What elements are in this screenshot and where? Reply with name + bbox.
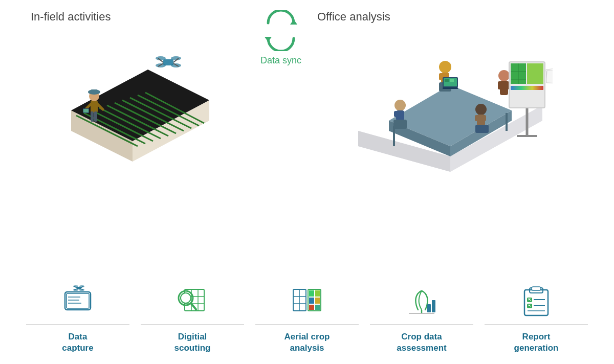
svg-rect-71	[527, 63, 543, 84]
aerial-crop-analysis-icon	[289, 282, 325, 317]
middle-panel: Data sync	[255, 10, 307, 66]
svg-rect-77	[546, 71, 553, 83]
bottom-section: Data capture	[20, 274, 594, 354]
svg-rect-15	[94, 111, 97, 122]
crop-data-assessment-icon-area	[370, 279, 473, 320]
svg-rect-110	[315, 305, 320, 310]
data-capture-icon	[60, 282, 96, 317]
svg-rect-65	[482, 115, 486, 121]
main-container: In-field activities	[0, 0, 614, 364]
feature-item-aerial-crop-analysis: Aerial crop analysis	[255, 279, 359, 354]
svg-rect-50	[450, 79, 454, 82]
svg-rect-115	[524, 290, 548, 315]
svg-marker-32	[290, 19, 297, 25]
crop-data-assessment-divider	[370, 324, 473, 325]
report-generation-icon-area	[485, 279, 588, 320]
svg-rect-79	[67, 293, 89, 308]
svg-rect-44	[439, 73, 443, 80]
feature-item-crop-data-assessment: Crop data assessment	[370, 279, 473, 354]
svg-point-62	[475, 104, 487, 115]
svg-rect-78	[65, 292, 91, 310]
svg-rect-55	[400, 111, 404, 117]
crop-data-assessment-icon	[404, 282, 440, 317]
svg-point-98	[181, 293, 191, 303]
digital-scouting-divider	[141, 324, 244, 325]
svg-rect-113	[432, 300, 435, 312]
digital-scouting-icon-area	[141, 279, 244, 320]
svg-rect-14	[91, 111, 94, 122]
svg-rect-75	[511, 86, 543, 90]
svg-rect-66	[475, 125, 489, 133]
svg-rect-49	[445, 79, 449, 82]
feature-item-digital-scouting: Digitial scouting	[141, 279, 244, 354]
report-generation-label: Report generation	[514, 331, 559, 354]
svg-marker-33	[265, 37, 272, 42]
field-illustration	[56, 29, 220, 162]
right-panel: Office analysis	[307, 10, 594, 172]
svg-rect-59	[498, 81, 502, 89]
office-illustration-area	[307, 29, 594, 172]
digital-scouting-icon	[174, 282, 210, 317]
svg-point-42	[439, 61, 451, 73]
data-capture-divider	[26, 324, 129, 325]
svg-rect-51	[443, 87, 458, 89]
top-section: In-field activities	[20, 10, 594, 274]
svg-rect-56	[393, 120, 407, 129]
svg-rect-106	[315, 290, 320, 297]
feature-item-data-capture: Data capture	[26, 279, 129, 354]
right-section-title: Office analysis	[317, 10, 390, 24]
aerial-crop-analysis-label: Aerial crop analysis	[284, 331, 330, 354]
report-generation-divider	[485, 324, 588, 325]
svg-rect-108	[315, 298, 320, 304]
svg-rect-18	[91, 89, 98, 94]
svg-point-57	[498, 70, 510, 81]
svg-rect-117	[532, 287, 541, 290]
aerial-crop-analysis-divider	[255, 324, 359, 325]
svg-rect-112	[427, 304, 431, 312]
svg-rect-105	[309, 290, 314, 297]
data-capture-icon-area	[26, 279, 129, 320]
svg-rect-64	[475, 115, 479, 121]
svg-rect-109	[309, 305, 314, 310]
office-illustration	[348, 29, 553, 172]
aerial-crop-analysis-icon-area	[255, 279, 359, 320]
sync-arrows-icon	[260, 10, 301, 51]
digital-scouting-label: Digitial scouting	[174, 331, 211, 354]
svg-rect-22	[83, 109, 89, 112]
svg-rect-54	[394, 111, 398, 117]
svg-rect-83	[77, 287, 81, 289]
sync-label: Data sync	[260, 55, 301, 66]
svg-rect-107	[309, 298, 314, 304]
left-panel: In-field activities	[20, 10, 255, 162]
svg-rect-13	[91, 100, 98, 113]
report-generation-icon	[518, 282, 554, 317]
field-illustration-area	[20, 29, 255, 162]
sync-container: Data sync	[260, 10, 301, 66]
svg-point-52	[394, 100, 406, 111]
data-capture-label: Data capture	[62, 331, 93, 354]
crop-data-assessment-label: Crop data assessment	[397, 331, 446, 354]
feature-item-report-generation: Report generation	[485, 279, 588, 354]
left-section-title: In-field activities	[31, 10, 111, 24]
